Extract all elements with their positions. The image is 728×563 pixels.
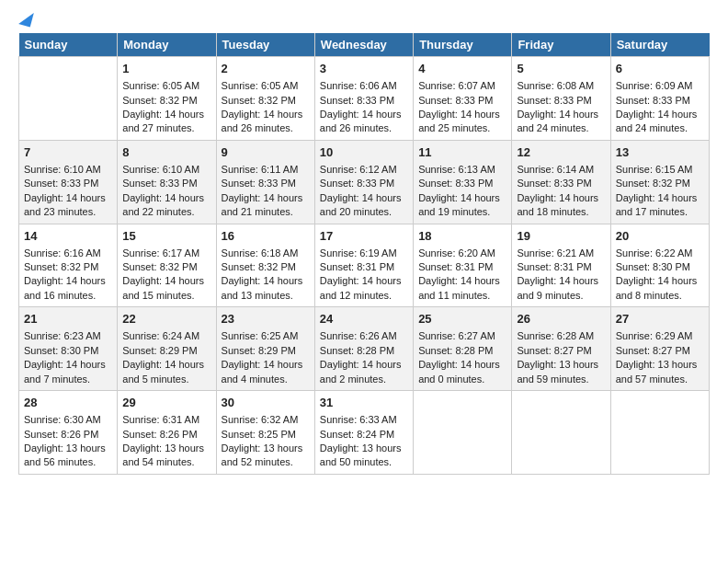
daylight-text: Daylight: 14 hours and 25 minutes.	[418, 108, 506, 136]
day-number: 18	[418, 228, 506, 245]
day-number: 2	[222, 61, 310, 77]
sunset-text: Sunset: 8:32 PM	[222, 94, 310, 108]
sunset-text: Sunset: 8:32 PM	[616, 177, 704, 190]
day-number: 25	[418, 311, 506, 327]
calendar-cell: 3Sunrise: 6:06 AMSunset: 8:33 PMDaylight…	[314, 57, 413, 141]
sunset-text: Sunset: 8:31 PM	[320, 260, 408, 274]
sunrise-text: Sunrise: 6:10 AM	[24, 163, 112, 177]
daylight-text: Daylight: 14 hours and 24 minutes.	[616, 108, 704, 136]
sunset-text: Sunset: 8:27 PM	[517, 344, 605, 358]
sunset-text: Sunset: 8:33 PM	[418, 177, 506, 190]
sunrise-text: Sunrise: 6:33 AM	[320, 413, 408, 427]
sunrise-text: Sunrise: 6:26 AM	[320, 329, 408, 343]
sunset-text: Sunset: 8:33 PM	[517, 94, 605, 108]
sunset-text: Sunset: 8:30 PM	[616, 260, 704, 274]
calendar-week-row: 28Sunrise: 6:30 AMSunset: 8:26 PMDayligh…	[19, 391, 710, 475]
sunrise-text: Sunrise: 6:14 AM	[517, 163, 605, 177]
calendar-cell: 16Sunrise: 6:18 AMSunset: 8:32 PMDayligh…	[216, 224, 314, 307]
calendar-cell: 23Sunrise: 6:25 AMSunset: 8:29 PMDayligh…	[216, 307, 314, 391]
sunset-text: Sunset: 8:25 PM	[222, 428, 310, 442]
daylight-text: Daylight: 13 hours and 57 minutes.	[616, 358, 704, 386]
calendar-cell: 21Sunrise: 6:23 AMSunset: 8:30 PMDayligh…	[19, 307, 118, 391]
day-number: 11	[418, 144, 506, 161]
header	[18, 15, 710, 22]
calendar-cell: 1Sunrise: 6:05 AMSunset: 8:32 PMDaylight…	[118, 57, 216, 141]
sunrise-text: Sunrise: 6:23 AM	[24, 329, 112, 343]
calendar-cell: 5Sunrise: 6:08 AMSunset: 8:33 PMDaylight…	[512, 57, 610, 141]
daylight-text: Daylight: 14 hours and 8 minutes.	[616, 274, 704, 303]
sunrise-text: Sunrise: 6:19 AM	[320, 247, 408, 260]
daylight-text: Daylight: 14 hours and 26 minutes.	[222, 108, 310, 136]
calendar-cell: 17Sunrise: 6:19 AMSunset: 8:31 PMDayligh…	[314, 224, 413, 307]
calendar-cell: 24Sunrise: 6:26 AMSunset: 8:28 PMDayligh…	[314, 307, 413, 391]
daylight-text: Daylight: 14 hours and 18 minutes.	[517, 191, 605, 220]
day-number: 21	[24, 311, 112, 327]
sunset-text: Sunset: 8:33 PM	[616, 94, 704, 108]
daylight-text: Daylight: 14 hours and 20 minutes.	[320, 191, 408, 220]
sunrise-text: Sunrise: 6:05 AM	[222, 79, 310, 93]
day-number: 28	[24, 395, 112, 411]
daylight-text: Daylight: 13 hours and 50 minutes.	[320, 442, 408, 470]
calendar-week-row: 21Sunrise: 6:23 AMSunset: 8:30 PMDayligh…	[19, 307, 710, 391]
sunrise-text: Sunrise: 6:07 AM	[418, 79, 506, 93]
sunrise-text: Sunrise: 6:27 AM	[418, 329, 506, 343]
sunset-text: Sunset: 8:33 PM	[517, 177, 605, 190]
calendar-cell: 13Sunrise: 6:15 AMSunset: 8:32 PMDayligh…	[610, 140, 709, 224]
day-number: 22	[122, 311, 210, 327]
sunrise-text: Sunrise: 6:28 AM	[517, 329, 605, 343]
calendar-cell: 31Sunrise: 6:33 AMSunset: 8:24 PMDayligh…	[314, 391, 413, 475]
daylight-text: Daylight: 14 hours and 26 minutes.	[320, 108, 408, 136]
day-number: 30	[222, 395, 310, 411]
calendar-cell: 2Sunrise: 6:05 AMSunset: 8:32 PMDaylight…	[216, 57, 314, 141]
weekday-header-cell: Friday	[512, 33, 610, 57]
sunset-text: Sunset: 8:31 PM	[418, 260, 506, 274]
day-number: 16	[222, 228, 310, 245]
calendar-cell: 8Sunrise: 6:10 AMSunset: 8:33 PMDaylight…	[118, 140, 216, 224]
sunrise-text: Sunrise: 6:06 AM	[320, 79, 408, 93]
daylight-text: Daylight: 14 hours and 4 minutes.	[222, 358, 310, 386]
day-number: 24	[320, 311, 408, 327]
sunrise-text: Sunrise: 6:08 AM	[517, 79, 605, 93]
daylight-text: Daylight: 14 hours and 13 minutes.	[222, 274, 310, 303]
day-number: 8	[122, 144, 210, 161]
calendar-cell: 29Sunrise: 6:31 AMSunset: 8:26 PMDayligh…	[118, 391, 216, 475]
sunrise-text: Sunrise: 6:16 AM	[24, 247, 112, 260]
sunrise-text: Sunrise: 6:32 AM	[222, 413, 310, 427]
sunset-text: Sunset: 8:26 PM	[122, 428, 210, 442]
daylight-text: Daylight: 14 hours and 15 minutes.	[122, 274, 210, 303]
calendar-cell: 27Sunrise: 6:29 AMSunset: 8:27 PMDayligh…	[610, 307, 709, 391]
daylight-text: Daylight: 13 hours and 56 minutes.	[24, 442, 112, 470]
day-number: 17	[320, 228, 408, 245]
day-number: 26	[517, 311, 605, 327]
weekday-header-cell: Saturday	[610, 33, 709, 57]
daylight-text: Daylight: 14 hours and 19 minutes.	[418, 191, 506, 220]
sunset-text: Sunset: 8:32 PM	[122, 260, 210, 274]
weekday-header-cell: Thursday	[414, 33, 512, 57]
sunrise-text: Sunrise: 6:13 AM	[418, 163, 506, 177]
sunset-text: Sunset: 8:27 PM	[616, 344, 704, 358]
day-number: 10	[320, 144, 408, 161]
sunset-text: Sunset: 8:32 PM	[222, 260, 310, 274]
calendar-cell: 14Sunrise: 6:16 AMSunset: 8:32 PMDayligh…	[19, 224, 118, 307]
day-number: 19	[517, 228, 605, 245]
calendar-week-row: 1Sunrise: 6:05 AMSunset: 8:32 PMDaylight…	[19, 57, 710, 141]
day-number: 29	[122, 395, 210, 411]
sunrise-text: Sunrise: 6:25 AM	[222, 329, 310, 343]
calendar-cell	[414, 391, 512, 475]
sunrise-text: Sunrise: 6:24 AM	[122, 329, 210, 343]
calendar-cell	[610, 391, 709, 475]
sunrise-text: Sunrise: 6:29 AM	[616, 329, 704, 343]
day-number: 1	[122, 61, 210, 77]
daylight-text: Daylight: 13 hours and 52 minutes.	[222, 442, 310, 470]
calendar-table: SundayMondayTuesdayWednesdayThursdayFrid…	[18, 33, 710, 475]
sunrise-text: Sunrise: 6:21 AM	[517, 247, 605, 260]
calendar-cell: 22Sunrise: 6:24 AMSunset: 8:29 PMDayligh…	[118, 307, 216, 391]
day-number: 9	[222, 144, 310, 161]
sunset-text: Sunset: 8:28 PM	[320, 344, 408, 358]
logo-arrow-icon	[18, 10, 34, 28]
daylight-text: Daylight: 14 hours and 9 minutes.	[517, 274, 605, 303]
day-number: 23	[222, 311, 310, 327]
sunset-text: Sunset: 8:29 PM	[222, 344, 310, 358]
sunrise-text: Sunrise: 6:09 AM	[616, 79, 704, 93]
sunset-text: Sunset: 8:33 PM	[418, 94, 506, 108]
